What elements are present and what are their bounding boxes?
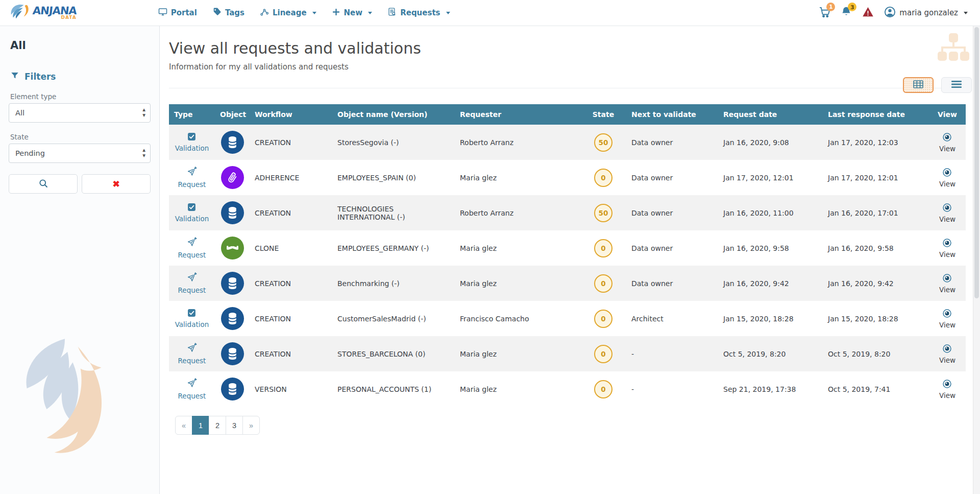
eye-icon: [942, 132, 952, 144]
anjana-logo[interactable]: ANJANA DATA: [9, 2, 77, 23]
view-button[interactable]: View: [939, 343, 955, 364]
view-button[interactable]: View: [939, 273, 955, 294]
view-button[interactable]: View: [939, 132, 955, 153]
state-select[interactable]: Pending: [9, 144, 151, 163]
clear-filters-button[interactable]: ✖: [82, 174, 151, 194]
state-badge: 0: [594, 274, 612, 293]
filters-sidebar: All Filters Element type All ▲▼ State Pe…: [0, 26, 160, 494]
column-header-requester: Requester: [455, 104, 580, 125]
column-header-object: Object: [215, 104, 250, 125]
requests-table-body: ValidationCREATIONStoresSegovia (-)Rober…: [169, 125, 966, 407]
workflow-cell: CREATION: [250, 125, 332, 160]
object-name-cell: STORES_BARCELONA (0): [332, 336, 455, 371]
next-to-validate-cell: Architect: [626, 301, 718, 336]
search-button[interactable]: [9, 174, 78, 194]
navbar-right: 1 3: [819, 6, 968, 20]
next-to-validate-cell: Data owner: [626, 195, 718, 230]
view-button[interactable]: View: [939, 379, 955, 399]
pagination-next-button[interactable]: »: [242, 416, 260, 435]
element-type-select[interactable]: All: [9, 103, 151, 123]
last-response-date-cell: Jan 17, 2020, 12:01: [823, 160, 929, 195]
last-response-date-cell: Jan 16, 2020, 17:01: [823, 195, 929, 230]
requests-table: TypeObjectWorkflowObject name (Version)R…: [169, 104, 966, 407]
check-square-icon: [187, 203, 196, 213]
nav-item-tags[interactable]: Tags: [212, 7, 244, 18]
column-header-view: View: [929, 104, 966, 125]
pagination-prev-button[interactable]: «: [175, 416, 192, 435]
check-square-icon: [187, 132, 196, 143]
object-name-cell: StoresSegovia (-): [332, 125, 455, 160]
requester-cell: Roberto Arranz: [455, 125, 580, 160]
chevron-down-icon: [964, 12, 968, 16]
state-badge: 0: [594, 345, 612, 363]
next-to-validate-cell: Data owner: [626, 160, 718, 195]
tags-icon: [212, 7, 222, 18]
nav-item-lineage[interactable]: Lineage: [260, 7, 316, 18]
filters-heading: Filters: [24, 72, 56, 82]
object-name-cell: TECHNOLOGIES INTERNATIONAL (-): [332, 195, 455, 230]
column-header-state: State: [580, 104, 626, 125]
type-cell: Request: [178, 237, 206, 259]
pagination-page-3[interactable]: 3: [226, 416, 243, 435]
toolbar-divider: [169, 88, 966, 88]
workflow-cell: CREATION: [250, 266, 332, 301]
list-lines-icon: [951, 80, 962, 90]
element-type-label: Element type: [10, 92, 151, 101]
next-to-validate-cell: Data owner: [626, 266, 718, 301]
table-row: ValidationCREATIONStoresSegovia (-)Rober…: [169, 125, 966, 160]
column-header-next-to-validate: Next to validate: [626, 104, 718, 125]
state-badge: 0: [594, 169, 612, 187]
eye-icon: [942, 379, 952, 391]
table-row: RequestCREATIONSTORES_BARCELONA (0)Maria…: [169, 336, 966, 371]
state-badge: 0: [594, 239, 612, 257]
nav-item-new[interactable]: New: [332, 8, 373, 18]
cart-button[interactable]: 1: [819, 6, 830, 20]
pagination-page-1[interactable]: 1: [192, 416, 209, 435]
pagination-page-2[interactable]: 2: [209, 416, 226, 435]
cart-badge: 1: [826, 3, 835, 11]
requester-cell: Maria glez: [455, 266, 580, 301]
request-date-cell: Jan 16, 2020, 9:42: [718, 266, 823, 301]
database-object-icon: [221, 307, 244, 330]
request-date-cell: Sep 21, 2019, 17:38: [718, 371, 823, 407]
type-label: Validation: [175, 215, 209, 223]
database-object-icon: [221, 201, 244, 224]
view-button[interactable]: View: [939, 202, 955, 223]
table-row: RequestCREATIONBenchmarking (-)Maria gle…: [169, 266, 966, 301]
workflow-cell: CREATION: [250, 336, 332, 371]
view-button[interactable]: View: [939, 308, 955, 329]
table-grid-icon: [913, 80, 923, 90]
top-navbar: ANJANA DATA Portal Tags: [0, 0, 980, 26]
object-name-cell: EMPLOYEES_GERMANY (-): [332, 230, 455, 266]
type-label: Validation: [175, 320, 209, 328]
alerts-button[interactable]: [862, 6, 874, 20]
scrollbar-thumb[interactable]: [974, 27, 979, 298]
table-view-button[interactable]: [903, 77, 934, 93]
last-response-date-cell: Oct 5, 2019, 8:20: [823, 336, 929, 371]
view-button[interactable]: View: [939, 167, 955, 188]
requester-cell: Maria glez: [455, 371, 580, 407]
clear-x-icon: ✖: [112, 180, 119, 189]
user-menu[interactable]: maria gonzalez: [884, 6, 968, 20]
request-date-cell: Jan 17, 2020, 12:01: [718, 160, 823, 195]
object-name-cell: Benchmarking (-): [332, 266, 455, 301]
nav-item-requests[interactable]: Requests: [387, 7, 450, 18]
logo-brand-text: ANJANA: [32, 6, 77, 16]
view-button[interactable]: View: [939, 238, 955, 258]
paper-plane-icon: [187, 272, 198, 285]
warning-triangle-icon: [862, 6, 874, 20]
user-avatar-icon: [884, 6, 896, 20]
anjana-swirl-icon: [9, 2, 31, 23]
column-header-type: Type: [169, 104, 215, 125]
object-name-cell: CustomerSalesMadrid (-): [332, 301, 455, 336]
notifications-button[interactable]: 3: [841, 6, 852, 19]
last-response-date-cell: Jan 17, 2020, 12:03: [823, 125, 929, 160]
chevron-down-icon: [312, 12, 316, 16]
type-cell: Validation: [175, 309, 209, 328]
type-cell: Validation: [175, 132, 209, 152]
type-label: Request: [178, 251, 206, 259]
vertical-scrollbar: [973, 26, 980, 494]
last-response-date-cell: Jan 15, 2020, 18:28: [823, 301, 929, 336]
list-view-button[interactable]: [941, 77, 972, 93]
nav-item-portal[interactable]: Portal: [158, 7, 197, 18]
